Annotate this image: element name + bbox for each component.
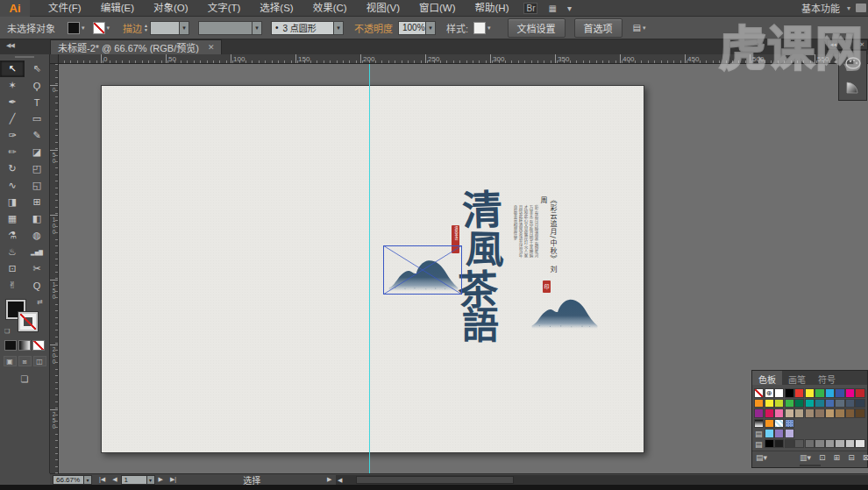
blob-brush-tool[interactable]: ✏ [0,144,25,160]
scrollbar-thumb[interactable] [356,476,514,484]
swatch-5-9[interactable] [845,439,855,449]
swatch-0-4[interactable] [794,388,804,398]
swatch-4-1[interactable] [765,429,774,438]
menu-item-6[interactable]: 视图(V) [357,0,409,17]
swatch-2-3[interactable] [785,408,794,418]
stroke-caret-icon[interactable]: ▾ [107,25,110,32]
drawing-mode-0[interactable]: ▣ [4,356,17,366]
swatch-2-1[interactable] [765,408,774,418]
swatch-2-6[interactable] [815,408,824,418]
gradient-panel-icon[interactable] [842,77,864,98]
swatch-pattern-texture[interactable] [785,419,794,429]
menu-item-4[interactable]: 选择(S) [250,0,302,17]
width-tool[interactable]: ∿ [0,177,25,194]
blend-tool[interactable]: ◍ [25,227,49,244]
hand-tool[interactable]: ✌ [0,277,25,294]
control-panel-menu-icon[interactable]: ▤ [633,23,641,32]
swatch-0-7[interactable] [825,388,835,398]
swatch-1-10[interactable] [855,399,864,408]
swatch-1-2[interactable] [774,399,784,408]
swatch-1-6[interactable] [815,399,824,408]
column-graph-tool[interactable]: ▂▅▇ [25,244,49,260]
direct-selection-tool[interactable]: ⇖ [25,60,49,77]
brush-definition[interactable]: • 3 点圆形 [271,21,334,35]
swatch-2-7[interactable] [825,408,835,418]
stroke-width-stepper[interactable]: ▲ ▼ [144,24,148,32]
zoom-level-value[interactable]: 66.67% [53,475,84,485]
slice-tool[interactable]: ✂ [25,260,49,277]
line-segment-tool[interactable]: ╱ [0,110,25,127]
swatch-pattern-check[interactable] [774,419,784,429]
drawing-mode-2[interactable]: ◫ [33,356,46,366]
opacity-input[interactable]: 100% [398,21,426,35]
color-button[interactable] [4,340,17,351]
pencil-tool[interactable]: ✎ [25,127,49,144]
preferences-button[interactable]: 首选项 [574,18,623,38]
swatch-1-3[interactable] [785,399,794,408]
menu-item-0[interactable]: 文件(F) [39,0,91,17]
swatch-5-7[interactable] [825,439,835,449]
panel-resize-handle[interactable] [752,463,867,467]
perspective-grid-tool[interactable]: ⊞ [25,194,49,210]
eyedropper-tool[interactable]: ⚗ [0,227,25,244]
selection-tool[interactable]: ↖ [0,60,25,77]
profile-caret-icon[interactable]: ▾ [253,21,262,35]
menu-item-8[interactable]: 帮助(H) [466,0,519,17]
color-group-folder-icon[interactable]: ▤ [754,429,764,438]
stroke-width-caret-icon[interactable]: ▾ [180,21,189,35]
none-button[interactable] [32,340,45,351]
swatch-1-0[interactable] [754,399,764,408]
menu-item-5[interactable]: 效果(C) [303,0,357,17]
artboard-caret-icon[interactable]: ▾ [147,475,155,485]
menu-item-7[interactable]: 窗口(W) [409,0,466,17]
status-expand-icon[interactable]: ▶ [327,476,331,483]
swatch-0-10[interactable] [855,388,864,398]
poem-title-text[interactable]: 《彩云追月∕中秋》 刘周 [538,196,558,281]
symbol-sprayer-tool[interactable]: ♨ [0,244,25,260]
swatch-5-2[interactable] [774,439,784,449]
lasso-tool[interactable]: Ϙ [25,77,49,94]
rotate-tool[interactable]: ↻ [0,160,25,177]
default-fill-stroke-icon[interactable]: ❏ [4,328,10,335]
color-group-folder-icon[interactable]: ▤ [754,439,764,449]
swatch-4-3[interactable] [785,429,794,438]
swatch-3-1[interactable] [765,419,774,429]
stroke-link[interactable]: 描边 [123,21,142,35]
gradient-tool[interactable]: ◧ [25,210,49,227]
swatch-2-8[interactable] [835,408,844,418]
swatch-1-7[interactable] [825,399,835,408]
stroke-width-input[interactable] [150,21,180,35]
swatch-5-3[interactable] [785,439,794,449]
vertical-guide[interactable] [369,64,370,473]
swatch-4-2[interactable] [774,429,784,438]
swatch-0-6[interactable] [815,388,824,398]
panel-tab-画笔[interactable]: 画笔 [782,371,812,385]
brush-caret-icon[interactable]: ▾ [334,21,344,35]
swatch-0-2[interactable] [774,388,784,398]
zoom-tool[interactable]: Q [25,277,49,294]
new-swatch-icon[interactable]: ⊟ [848,453,855,462]
delete-swatch-icon[interactable]: ⊠ [863,453,868,462]
stepper-down-icon[interactable]: ▼ [144,28,148,32]
style-swatch[interactable] [473,22,486,34]
swatch-0-8[interactable] [835,388,844,398]
opacity-caret-icon[interactable]: ▾ [426,21,436,35]
pen-tool[interactable]: ✒ [0,94,25,110]
author-seal-stamp[interactable]: 印 [543,281,551,293]
swatch-gradient[interactable] [754,419,764,429]
horizontal-scrollbar[interactable]: ◀ [336,475,868,485]
style-caret-icon[interactable]: ▾ [487,25,491,32]
swatch-0-3[interactable] [785,388,794,398]
opacity-link[interactable]: 不透明度 [354,21,393,35]
magic-wand-tool[interactable]: ✶ [0,77,25,94]
arrange-caret-icon[interactable]: ▾ [567,4,572,13]
swatch-2-10[interactable] [855,408,864,418]
swatch-libraries-icon[interactable]: ▤▾ [756,453,767,462]
eraser-tool[interactable]: ◪ [25,144,49,160]
swatch-2-4[interactable] [794,408,804,418]
poem-body-text[interactable]: 彩云追月月映清波云拥星河万里无云中秋月明千里婵娟才知此心又见彼岸灯火人家且饮此杯… [512,205,538,263]
zoom-caret-icon[interactable]: ▾ [84,475,92,485]
artboard-tool[interactable]: ⊡ [0,260,25,277]
free-transform-tool[interactable]: ◱ [25,177,49,194]
swatch-options-icon[interactable]: ⊡ [819,453,826,462]
